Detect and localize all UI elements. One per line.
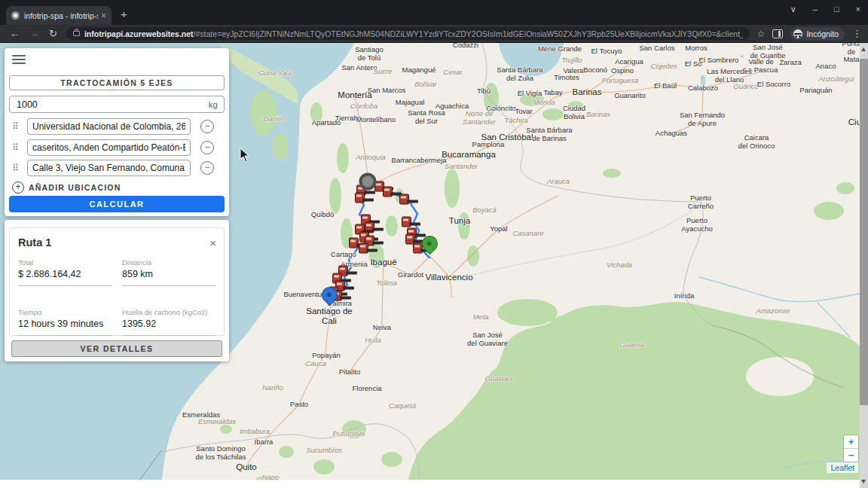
browser-toolbar: ← → ↻ infotripapi.azurewebsites.net/#sta…: [0, 25, 868, 43]
url-path: /#state=eyJpZCI6IjZlNTNiNzNmLTQyOTEtNGJh…: [194, 29, 743, 38]
start-marker[interactable]: [359, 173, 377, 191]
route-stat: Tiempo 12 hours 39 minutes: [18, 308, 112, 336]
reload-button[interactable]: ↻: [49, 29, 57, 38]
weight-field: kg: [9, 96, 225, 113]
stat-label: Tiempo: [18, 308, 112, 316]
stat-value: 859 km: [122, 269, 215, 279]
route-result-panel: Ruta 1 × Total $ 2.686.164,42 Distancia …: [5, 220, 229, 361]
location-input[interactable]: [27, 160, 191, 176]
forward-button[interactable]: →: [29, 29, 39, 38]
stat-value: 12 hours 39 minutes: [18, 319, 112, 329]
new-tab-button[interactable]: +: [121, 8, 127, 20]
page-bottom-strip: [0, 480, 860, 488]
truck-marker[interactable]: [399, 194, 419, 207]
route-title: Ruta 1: [18, 236, 209, 249]
url-text: infotripapi.azurewebsites.net/#state=eyJ…: [84, 29, 743, 38]
mouse-cursor: [240, 148, 250, 163]
calculate-button[interactable]: CALCULAR: [9, 196, 225, 212]
browser-tab[interactable]: infotrip-spa - infotrip-spa ×: [6, 6, 112, 25]
sidebar: TRACTOCAMIÓN 5 EJES kg ⠿ − ⠿ − ⠿: [5, 48, 229, 361]
minimize-button[interactable]: –: [813, 5, 818, 14]
maximize-button[interactable]: □: [834, 5, 839, 14]
stat-label: Huella de carbono (kgCo2): [122, 308, 215, 316]
location-row: ⠿ −: [9, 139, 225, 157]
truck-marker[interactable]: [359, 243, 378, 256]
stat-label: Total: [18, 258, 112, 267]
stat-value: 1395.92: [122, 319, 215, 329]
incognito-icon: [793, 29, 802, 38]
drag-handle-icon[interactable]: ⠿: [12, 163, 23, 173]
route-form-panel: TRACTOCAMIÓN 5 EJES kg ⠿ − ⠿ − ⠿: [5, 48, 229, 216]
route-stat: Total $ 2.686.164,42: [18, 258, 112, 286]
side-panel-icon[interactable]: [772, 29, 783, 38]
blue-pin-icon: [319, 284, 341, 307]
stat-value: $ 2.686.164,42: [18, 269, 112, 279]
incognito-badge: Incógnito: [790, 27, 845, 41]
truck-marker[interactable]: [355, 193, 374, 206]
address-bar[interactable]: infotripapi.azurewebsites.net/#state=eyJ…: [66, 27, 750, 40]
menu-icon[interactable]: [12, 55, 26, 65]
window-controls: ∨ – □ ×: [790, 5, 860, 14]
weight-unit-label: kg: [209, 100, 224, 109]
tab-favicon-icon: [11, 11, 20, 20]
zoom-in-button[interactable]: +: [844, 435, 858, 448]
location-row: ⠿ −: [9, 159, 225, 177]
vehicle-type-button[interactable]: TRACTOCAMIÓN 5 EJES: [9, 75, 225, 90]
remove-location-button[interactable]: −: [200, 141, 214, 154]
map-zoom-control: + −: [843, 435, 859, 462]
destination-pin-blue[interactable]: [321, 286, 338, 309]
tab-close-icon[interactable]: ×: [101, 11, 106, 21]
lock-icon: [73, 31, 80, 36]
add-location-label: AÑADIR UBICACION: [29, 183, 121, 192]
location-row: ⠿ −: [9, 117, 225, 136]
location-input[interactable]: [27, 118, 191, 135]
route-stats: Total $ 2.686.164,42 Distancia 859 km Ti…: [18, 258, 215, 336]
route-card: Ruta 1 × Total $ 2.686.164,42 Distancia …: [9, 227, 225, 336]
tab-search-icon[interactable]: ∨: [790, 5, 796, 14]
tab-title: infotrip-spa - infotrip-spa: [24, 11, 98, 20]
bookmark-star-icon[interactable]: ☆: [757, 29, 766, 39]
stat-label: Distancia: [122, 258, 215, 267]
route-stat: Distancia 859 km: [122, 258, 215, 286]
weight-input[interactable]: [10, 99, 209, 110]
screen: Santiago de TolúSan AnteroSucreMaganguéB…: [0, 0, 868, 488]
location-input[interactable]: [27, 139, 191, 156]
scrollbar-thumb[interactable]: [860, 59, 868, 405]
page-scrollbar[interactable]: [860, 43, 868, 488]
drag-handle-icon[interactable]: ⠿: [12, 142, 23, 153]
drag-handle-icon[interactable]: ⠿: [12, 121, 23, 132]
remove-location-button[interactable]: −: [200, 161, 214, 175]
remove-location-button[interactable]: −: [200, 120, 214, 133]
incognito-label: Incógnito: [806, 29, 839, 38]
scroll-up-arrow[interactable]: [861, 47, 866, 51]
url-domain: infotripapi.azurewebsites.net: [84, 29, 194, 38]
plus-circle-icon: +: [12, 181, 24, 194]
zoom-out-button[interactable]: −: [844, 448, 858, 462]
destination-pin-green[interactable]: [421, 235, 438, 258]
close-icon[interactable]: ×: [209, 238, 216, 248]
back-button[interactable]: ←: [10, 29, 20, 38]
close-window-button[interactable]: ×: [856, 5, 860, 14]
leaflet-attribution-link[interactable]: Leaflet: [827, 462, 858, 473]
details-button[interactable]: VER DETALLES: [11, 340, 222, 357]
scroll-down-arrow[interactable]: [861, 480, 866, 483]
location-list: ⠿ − ⠿ − ⠿ −: [9, 117, 225, 180]
green-pin-icon: [419, 233, 442, 255]
add-location-button[interactable]: + AÑADIR UBICACION: [12, 181, 121, 194]
browser-tab-strip: infotrip-spa - infotrip-spa × + ∨ – □ ×: [0, 0, 868, 25]
browser-menu-icon[interactable]: ⋮: [852, 28, 862, 39]
route-stat: Huella de carbono (kgCo2) 1395.92: [122, 308, 215, 336]
